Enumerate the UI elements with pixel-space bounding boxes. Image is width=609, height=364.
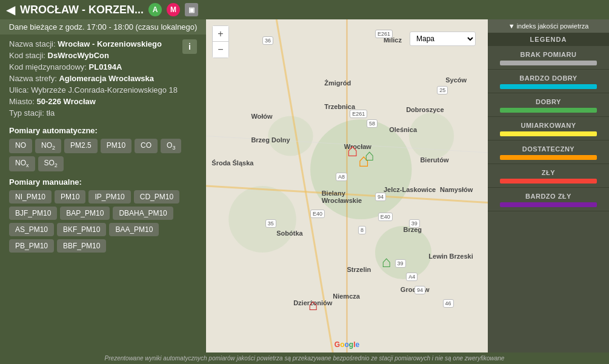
marker-wroclaw-red[interactable]: ⌂	[347, 141, 358, 159]
footer-text: Prezentowane wyniki automatycznych pomia…	[105, 355, 505, 362]
auto-measurements-tags: NO NO2 PM2.5 PM10 CO O3 NOx SO2	[9, 139, 197, 171]
city-bielany: BielanyWrocławskie	[322, 190, 362, 204]
city-dobroszyce: Dobroszyce	[406, 106, 444, 113]
manual-measurements-tags: NI_PM10 PM10 IP_PM10 CD_PM10 BJF_PM10 BA…	[9, 190, 197, 253]
tag-co[interactable]: CO	[135, 139, 158, 153]
typ-value: tła	[46, 108, 55, 117]
map-type-select[interactable]: Mapa Satelita Hybrydowa	[410, 31, 476, 46]
strefa-value: Aglomeracja Wrocławska	[59, 74, 154, 83]
road-a8: A8	[336, 173, 347, 181]
badge-a[interactable]: A	[148, 3, 162, 16]
info-button[interactable]: i	[182, 39, 197, 54]
legend-dropdown[interactable]: ▼ indeks jakości powietrza	[488, 19, 609, 33]
station-kod-miedz: Kod międzynarodowy: PL0194A	[9, 62, 178, 71]
tag-bkf-pm10[interactable]: BKF_PM10	[57, 223, 106, 236]
badge-m[interactable]: M	[167, 3, 180, 16]
road-39-1: 39	[409, 219, 420, 228]
tag-ni-pm10[interactable]: NI_PM10	[9, 190, 52, 204]
legend-label-u: UMIARKOWANY	[521, 122, 576, 129]
kod-miedz-value: PL0194A	[89, 62, 122, 71]
legend-bar-bd	[500, 84, 597, 89]
right-panel: ▼ indeks jakości powietrza LEGENDA BRAK …	[488, 19, 609, 352]
tag-so2[interactable]: SO2	[38, 156, 64, 171]
city-sroda: Środa Śląska	[211, 159, 253, 167]
tag-nox[interactable]: NOx	[9, 156, 35, 171]
badge-extra[interactable]: ▣	[185, 3, 198, 16]
legend-zly: ZŁY	[488, 164, 609, 188]
zoom-out-button[interactable]: −	[213, 42, 228, 58]
station-kod: Kod stacji: DsWrocWybCon	[9, 51, 178, 60]
city-zmigrod: Żmigród	[324, 79, 351, 87]
station-title-row: ◀ WROCŁAW - KORZEN... A M ▣	[6, 2, 198, 17]
city-trzebnica: Trzebnica	[324, 103, 355, 110]
marker-dzierzoniow[interactable]: ⌂	[308, 297, 318, 313]
zoom-in-button[interactable]: +	[213, 26, 228, 42]
road-36: 36	[262, 36, 273, 45]
tag-cd-pm10[interactable]: CD_PM10	[134, 190, 179, 204]
tag-pm10-m[interactable]: PM10	[55, 190, 85, 204]
tag-bjf-pm10[interactable]: BJF_PM10	[9, 207, 57, 220]
marker-wroclaw-green2[interactable]: ⌂	[382, 254, 391, 270]
legend-label-bz: BARDZO ZŁY	[525, 193, 571, 200]
road-e40-1: E40	[310, 210, 325, 218]
city-brzeg-dolny: Brzeg Dolny	[251, 136, 290, 144]
tag-as-pm10[interactable]: AS_PM10	[9, 223, 54, 236]
tag-bap-pm10[interactable]: BAP_PM10	[60, 207, 110, 220]
kod-value: DsWrocWybCon	[48, 51, 109, 60]
data-time-bar: Dane bieżące z godz. 17:00 - 18:00 (czas…	[0, 19, 206, 35]
city-niemcza: Niemcza	[333, 293, 360, 300]
page-title: WROCŁAW - KORZEN...	[20, 4, 144, 16]
legend-title: LEGENDA	[488, 33, 609, 46]
legend-dropdown-label: ▼ indeks jakości powietrza	[508, 22, 589, 30]
miasto-label: Miasto:	[9, 97, 35, 106]
strefa-label: Nazwa strefy:	[9, 74, 57, 83]
map-background: + − Mapa Satelita Hybrydowa Milicz Żmigr…	[206, 19, 488, 352]
google-logo: Google	[334, 340, 359, 349]
main-content: Dane bieżące z godz. 17:00 - 18:00 (czas…	[0, 19, 609, 352]
station-miasto: Miasto: 50-226 Wrocław	[9, 97, 178, 106]
city-wolow: Wołów	[251, 113, 272, 120]
road-8: 8	[358, 226, 366, 234]
legend-bardzo-zly: BARDZO ZŁY	[488, 188, 609, 211]
back-button[interactable]: ◀	[6, 2, 15, 17]
back-icon: ◀	[6, 2, 15, 17]
station-strefa: Nazwa strefy: Aglomeracja Wrocławska	[9, 74, 178, 83]
station-ulica: Ulica: Wybrzeże J.Conrada-Korzeniowskieg…	[9, 85, 178, 94]
legend-dobry: DOBRY	[488, 93, 609, 117]
kod-label: Kod stacji:	[9, 51, 45, 60]
tag-pm10[interactable]: PM10	[101, 139, 131, 153]
tag-bbf-pm10[interactable]: BBF_PM10	[57, 239, 106, 253]
road-94-1: 94	[375, 193, 386, 201]
road-39-2: 39	[395, 259, 406, 268]
legend-label-bd: BARDZO DOBRY	[519, 74, 577, 82]
tag-no2[interactable]: NO2	[35, 139, 61, 153]
ulica-value: Wybrzeże J.Conrada-Korzeniowskiego 18	[31, 85, 178, 94]
legend-bar-ds	[500, 155, 597, 160]
legend-bar-d	[500, 108, 597, 113]
nazwa-value: Wrocław - Korzeniowskiego	[58, 39, 162, 48]
left-panel: Dane bieżące z godz. 17:00 - 18:00 (czas…	[0, 19, 206, 352]
marker-wroclaw-green1[interactable]: ⌂	[365, 147, 374, 163]
city-strzelin: Strzelin	[347, 266, 371, 273]
tag-ip-pm10[interactable]: IP_PM10	[88, 190, 130, 204]
legend-label-brak: BRAK POMIARU	[521, 51, 577, 58]
tag-pb-pm10[interactable]: PB_PM10	[9, 239, 54, 253]
legend-bar-brak	[500, 61, 597, 65]
svg-point-4	[228, 186, 296, 253]
legend-bar-bz	[500, 202, 597, 207]
tag-baa-pm10[interactable]: BAA_PM10	[109, 223, 159, 236]
road-94-2: 94	[414, 286, 425, 294]
data-time-text: Dane bieżące z godz. 17:00 - 18:00 (czas…	[9, 22, 198, 31]
station-nazwa: Nazwa stacji: Wrocław - Korzeniowskiego	[9, 39, 178, 48]
tag-no[interactable]: NO	[9, 139, 32, 153]
legend-brak-pomiaru: BRAK POMIARU	[488, 46, 609, 70]
station-details: Nazwa stacji: Wrocław - Korzeniowskiego …	[9, 39, 178, 120]
map-container[interactable]: + − Mapa Satelita Hybrydowa Milicz Żmigr…	[206, 19, 488, 352]
map-zoom-controls: + −	[212, 25, 229, 58]
legend-bar-u	[500, 131, 597, 136]
tag-pm25[interactable]: PM2.5	[64, 139, 98, 153]
tag-dbaha-pm10[interactable]: DBAHA_PM10	[113, 207, 173, 220]
typ-label: Typ stacji:	[9, 108, 44, 117]
legend-label-d: DOBRY	[536, 98, 561, 105]
tag-o3[interactable]: O3	[161, 139, 181, 153]
